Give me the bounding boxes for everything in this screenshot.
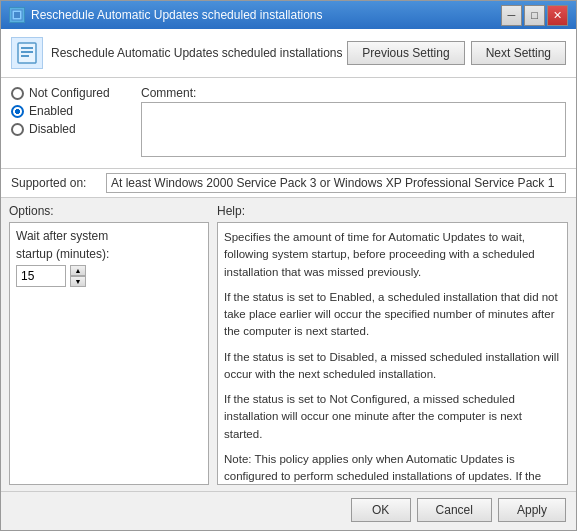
maximize-button[interactable]: □ <box>524 5 545 26</box>
options-box: Wait after system startup (minutes): ▲ ▼ <box>9 222 209 485</box>
comment-label: Comment: <box>141 86 566 100</box>
minutes-input[interactable] <box>16 265 66 287</box>
svg-rect-4 <box>21 51 33 53</box>
help-para-3: If the status is set to Disabled, a miss… <box>224 349 561 384</box>
comment-section: Comment: <box>141 86 566 160</box>
option-row: Wait after system startup (minutes): ▲ ▼ <box>16 229 202 287</box>
help-para-4: If the status is set to Not Configured, … <box>224 391 561 443</box>
main-window: Reschedule Automatic Updates scheduled i… <box>0 0 577 531</box>
not-configured-radio[interactable] <box>11 87 24 100</box>
options-title: Options: <box>9 204 209 218</box>
enabled-option[interactable]: Enabled <box>11 104 131 118</box>
not-configured-option[interactable]: Not Configured <box>11 86 131 100</box>
help-para-5: Note: This policy applies only when Auto… <box>224 451 561 485</box>
header-buttons: Previous Setting Next Setting <box>347 41 566 65</box>
footer: OK Cancel Apply <box>1 491 576 530</box>
supported-value: At least Windows 2000 Service Pack 3 or … <box>106 173 566 193</box>
content-area: Not Configured Enabled Disabled Comment:… <box>1 78 576 491</box>
close-button[interactable]: ✕ <box>547 5 568 26</box>
help-para-1: Specifies the amount of time for Automat… <box>224 229 561 281</box>
policy-icon <box>11 37 43 69</box>
comment-textarea[interactable] <box>141 102 566 157</box>
help-panel: Help: Specifies the amount of time for A… <box>217 204 568 485</box>
startup-label: startup (minutes): <box>16 247 202 261</box>
dialog-header: Reschedule Automatic Updates scheduled i… <box>1 29 576 78</box>
not-configured-label: Not Configured <box>29 86 110 100</box>
dialog-header-left: Reschedule Automatic Updates scheduled i… <box>11 37 343 69</box>
window-icon <box>9 7 25 23</box>
window-title: Reschedule Automatic Updates scheduled i… <box>31 8 323 22</box>
svg-rect-3 <box>21 47 33 49</box>
enabled-label: Enabled <box>29 104 73 118</box>
radio-group: Not Configured Enabled Disabled <box>11 86 131 160</box>
help-title: Help: <box>217 204 568 218</box>
main-panels: Options: Wait after system startup (minu… <box>1 198 576 491</box>
title-bar-left: Reschedule Automatic Updates scheduled i… <box>9 7 323 23</box>
help-para-2: If the status is set to Enabled, a sched… <box>224 289 561 341</box>
options-panel: Options: Wait after system startup (minu… <box>9 204 209 485</box>
previous-setting-button[interactable]: Previous Setting <box>347 41 464 65</box>
svg-rect-5 <box>21 55 29 57</box>
apply-button[interactable]: Apply <box>498 498 566 522</box>
spinner-row: ▲ ▼ <box>16 265 202 287</box>
title-controls: ─ □ ✕ <box>501 5 568 26</box>
config-section: Not Configured Enabled Disabled Comment: <box>1 78 576 169</box>
spinner-down-button[interactable]: ▼ <box>70 276 86 287</box>
title-bar: Reschedule Automatic Updates scheduled i… <box>1 1 576 29</box>
wait-label: Wait after system <box>16 229 202 243</box>
supported-label: Supported on: <box>11 176 101 190</box>
minimize-button[interactable]: ─ <box>501 5 522 26</box>
spinner-buttons: ▲ ▼ <box>70 265 86 287</box>
enabled-radio[interactable] <box>11 105 24 118</box>
cancel-button[interactable]: Cancel <box>417 498 492 522</box>
svg-rect-1 <box>14 12 20 18</box>
disabled-label: Disabled <box>29 122 76 136</box>
disabled-radio[interactable] <box>11 123 24 136</box>
ok-button[interactable]: OK <box>351 498 411 522</box>
help-box: Specifies the amount of time for Automat… <box>217 222 568 485</box>
next-setting-button[interactable]: Next Setting <box>471 41 566 65</box>
spinner-up-button[interactable]: ▲ <box>70 265 86 276</box>
disabled-option[interactable]: Disabled <box>11 122 131 136</box>
supported-section: Supported on: At least Windows 2000 Serv… <box>1 169 576 198</box>
dialog-title: Reschedule Automatic Updates scheduled i… <box>51 46 343 60</box>
